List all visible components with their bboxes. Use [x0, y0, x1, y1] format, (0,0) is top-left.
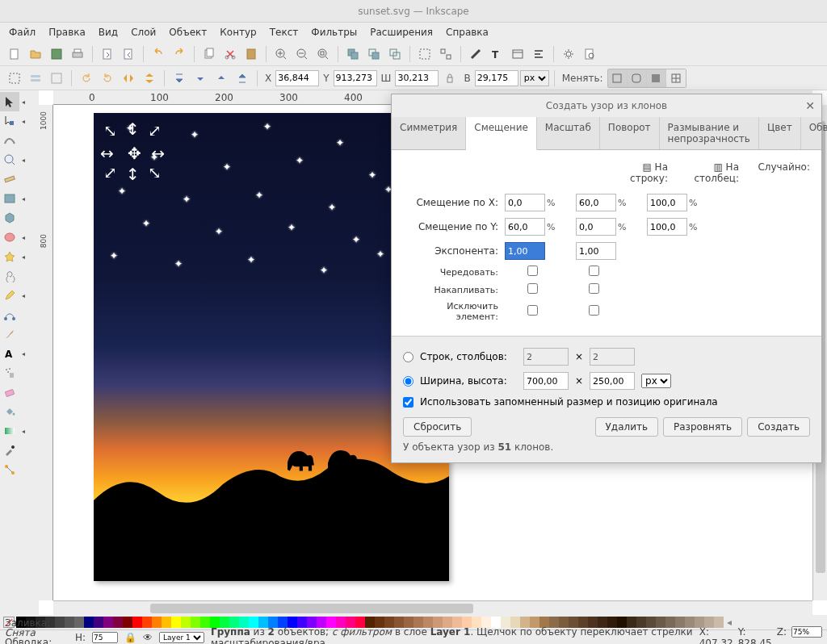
reset-button[interactable]: Сбросить — [403, 417, 472, 437]
unit-select[interactable]: px — [520, 70, 549, 86]
cumulate-row-check[interactable] — [527, 283, 538, 294]
3dbox-tool[interactable] — [0, 208, 19, 228]
color-swatch[interactable] — [162, 617, 171, 628]
tab-shift[interactable]: Смещение — [466, 117, 537, 150]
menu-object[interactable]: Объект — [163, 24, 212, 40]
shift-x-col[interactable] — [576, 194, 616, 211]
select-all-button[interactable] — [5, 69, 24, 88]
selection-handles[interactable]: ⤡↕⤢ ↔✥↔ ⤢↕⤡ — [108, 128, 157, 176]
delete-button[interactable]: Удалить — [595, 417, 659, 437]
affect-stroke[interactable] — [608, 69, 628, 87]
color-swatch[interactable] — [123, 617, 132, 628]
align-button[interactable] — [529, 44, 548, 64]
fill-stroke-button[interactable] — [466, 44, 485, 64]
text-tool[interactable]: A — [0, 344, 19, 363]
measure-tool[interactable] — [0, 169, 19, 189]
wh-unit-select[interactable]: px — [641, 374, 671, 388]
opacity-input[interactable] — [92, 632, 118, 643]
color-swatch[interactable] — [171, 617, 181, 628]
menu-extensions[interactable]: Расширения — [364, 24, 439, 40]
unclump-button[interactable]: Разровнять — [663, 417, 742, 437]
import-button[interactable] — [98, 44, 117, 64]
raise-button[interactable] — [212, 69, 231, 88]
ellipse-tool[interactable] — [0, 228, 19, 247]
affect-pattern[interactable] — [666, 69, 686, 87]
select-layers-button[interactable] — [26, 69, 45, 88]
shift-y-rand[interactable] — [647, 218, 687, 236]
color-swatch[interactable] — [142, 617, 152, 628]
group-button[interactable] — [415, 44, 434, 64]
tab-blur[interactable]: Размывание и непрозрачность — [660, 117, 759, 149]
shift-x-rand[interactable] — [647, 194, 687, 211]
color-swatch[interactable] — [84, 617, 94, 628]
deselect-button[interactable] — [47, 69, 66, 88]
exclude-col-check[interactable] — [589, 305, 599, 316]
print-button[interactable] — [68, 44, 87, 64]
star-tool[interactable] — [0, 247, 19, 266]
y-input[interactable] — [334, 70, 377, 86]
export-button[interactable] — [119, 44, 138, 64]
selector-tool[interactable] — [0, 92, 19, 111]
h-input[interactable] — [475, 70, 518, 86]
xml-button[interactable] — [508, 44, 527, 64]
lock-aspect-button[interactable] — [440, 69, 460, 88]
dialog-titlebar[interactable]: Создать узор из клонов ✕ — [392, 94, 821, 117]
doc-properties-button[interactable] — [580, 44, 599, 64]
rotate-ccw-button[interactable] — [77, 69, 96, 88]
tab-symmetry[interactable]: Симметрия — [392, 117, 466, 149]
clone-button[interactable] — [364, 44, 384, 64]
eye-icon[interactable]: 👁 — [143, 632, 153, 643]
menu-edit[interactable]: Правка — [43, 24, 91, 40]
copy-button[interactable] — [199, 44, 219, 64]
exponent-row[interactable] — [505, 242, 545, 260]
preferences-button[interactable] — [559, 44, 578, 64]
width-input[interactable] — [523, 372, 569, 390]
lower-bottom-button[interactable] — [170, 69, 189, 88]
menu-view[interactable]: Вид — [93, 24, 124, 40]
duplicate-button[interactable] — [343, 44, 363, 64]
color-swatch[interactable] — [152, 617, 162, 628]
color-swatch[interactable] — [200, 617, 210, 628]
height-input[interactable] — [590, 372, 635, 390]
rotate-cw-button[interactable] — [98, 69, 117, 88]
redo-button[interactable] — [170, 44, 189, 64]
text-dialog-button[interactable]: T — [487, 44, 506, 64]
bucket-tool[interactable] — [0, 402, 19, 421]
spiral-tool[interactable] — [0, 266, 19, 286]
shift-y-row[interactable] — [505, 218, 545, 236]
calligraphy-tool[interactable] — [0, 324, 19, 344]
ungroup-button[interactable] — [436, 44, 455, 64]
connector-tool[interactable] — [0, 460, 19, 479]
scrollbar-horizontal[interactable] — [53, 600, 812, 615]
x-input[interactable] — [275, 70, 319, 86]
zoom-in-button[interactable] — [271, 44, 291, 64]
paste-button[interactable] — [241, 44, 261, 64]
tab-scale[interactable]: Масштаб — [537, 117, 600, 149]
tab-rotation[interactable]: Поворот — [600, 117, 660, 149]
gradient-tool[interactable] — [0, 421, 19, 441]
alternate-col-check[interactable] — [589, 266, 599, 276]
color-swatch[interactable] — [191, 617, 200, 628]
create-button[interactable]: Создать — [747, 417, 810, 437]
save-button[interactable] — [47, 44, 66, 64]
flip-h-button[interactable] — [119, 69, 138, 88]
raise-top-button[interactable] — [233, 69, 252, 88]
color-swatch[interactable] — [113, 617, 123, 628]
color-swatch[interactable] — [181, 617, 191, 628]
tab-color[interactable]: Цвет — [759, 117, 801, 149]
rect-tool[interactable] — [0, 189, 19, 208]
layer-select[interactable]: Layer 1 — [159, 632, 204, 643]
alternate-row-check[interactable] — [527, 266, 538, 276]
tweak-tool[interactable] — [0, 131, 19, 150]
w-input[interactable] — [395, 70, 439, 86]
affect-corners[interactable] — [628, 69, 647, 87]
zoom-out-button[interactable] — [292, 44, 312, 64]
new-button[interactable] — [5, 44, 24, 64]
cumulate-col-check[interactable] — [589, 283, 599, 294]
undo-button[interactable] — [149, 44, 168, 64]
menu-text[interactable]: Текст — [264, 24, 304, 40]
bezier-tool[interactable] — [0, 305, 19, 324]
cut-button[interactable] — [220, 44, 240, 64]
unlink-clone-button[interactable] — [385, 44, 405, 64]
spray-tool[interactable] — [0, 363, 19, 383]
